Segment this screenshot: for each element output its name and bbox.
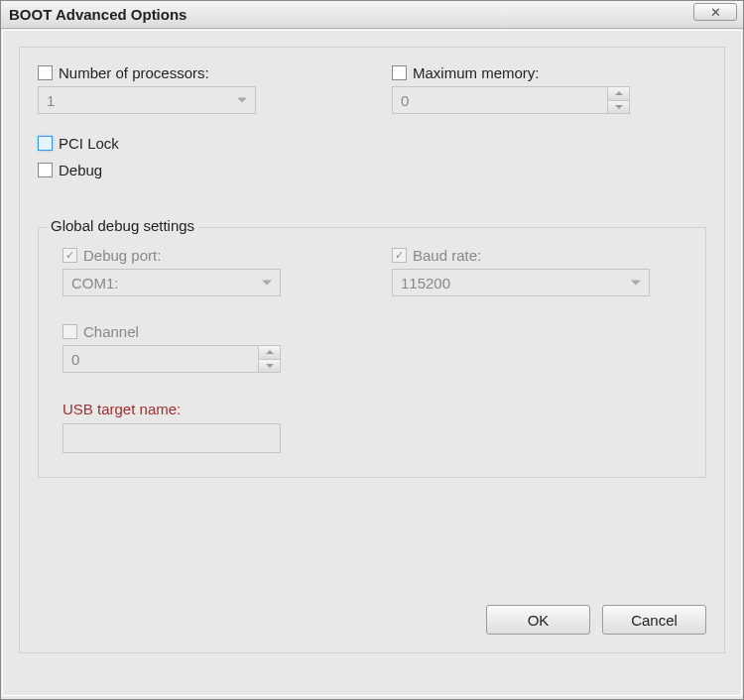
dialog-buttons: OK Cancel <box>486 605 706 635</box>
max-memory-spin-up[interactable] <box>608 87 629 101</box>
num-processors-checkbox[interactable] <box>38 65 53 80</box>
channel-spin-down <box>259 360 280 373</box>
pci-lock-label: PCI Lock <box>59 136 119 151</box>
window-title: BOOT Advanced Options <box>9 6 186 23</box>
baud-rate-value: 115200 <box>401 275 450 292</box>
baud-rate-select: 115200 <box>392 269 650 296</box>
cancel-button-label: Cancel <box>631 612 678 629</box>
num-processors-select[interactable]: 1 <box>38 86 256 114</box>
max-memory-value: 0 <box>401 92 409 109</box>
ok-button-label: OK <box>528 612 550 629</box>
arrow-down-icon <box>266 364 274 368</box>
usb-target-label: USB target name: <box>62 401 682 417</box>
titlebar: BOOT Advanced Options ✕ <box>1 1 743 29</box>
debug-port-select: COM1: <box>62 269 281 296</box>
debug-port-label: Debug port: <box>83 248 161 263</box>
arrow-up-icon <box>266 350 274 354</box>
debug-checkbox[interactable] <box>38 163 53 177</box>
global-debug-fieldset: Global debug settings Debug port: COM1: <box>38 227 706 478</box>
cancel-button[interactable]: Cancel <box>602 605 706 635</box>
pci-lock-checkbox[interactable] <box>38 136 53 151</box>
channel-value: 0 <box>71 351 79 368</box>
channel-label: Channel <box>83 324 139 339</box>
arrow-down-icon <box>615 105 623 109</box>
global-debug-legend: Global debug settings <box>47 217 198 234</box>
debug-port-checkbox <box>62 248 77 263</box>
chevron-down-icon <box>262 281 272 286</box>
close-button[interactable]: ✕ <box>693 3 737 21</box>
close-icon: ✕ <box>710 5 721 20</box>
debug-port-value: COM1: <box>71 275 119 292</box>
arrow-up-icon <box>615 91 623 95</box>
usb-target-input <box>62 423 281 453</box>
content-area: Number of processors: 1 Maximum memory: … <box>2 30 742 696</box>
baud-rate-label: Baud rate: <box>413 248 481 263</box>
max-memory-checkbox[interactable] <box>392 65 407 80</box>
baud-rate-checkbox <box>392 248 407 263</box>
debug-label: Debug <box>59 163 102 177</box>
ok-button[interactable]: OK <box>486 605 590 635</box>
main-panel: Number of processors: 1 Maximum memory: … <box>19 47 725 653</box>
channel-input: 0 <box>62 345 259 373</box>
max-memory-label: Maximum memory: <box>413 65 540 80</box>
channel-checkbox <box>62 324 77 339</box>
num-processors-value: 1 <box>47 92 55 109</box>
max-memory-spin-down[interactable] <box>608 101 629 114</box>
num-processors-label: Number of processors: <box>59 65 209 80</box>
chevron-down-icon <box>237 98 247 103</box>
max-memory-input[interactable]: 0 <box>392 86 608 114</box>
chevron-down-icon <box>631 281 641 286</box>
channel-spin-up <box>259 346 280 360</box>
